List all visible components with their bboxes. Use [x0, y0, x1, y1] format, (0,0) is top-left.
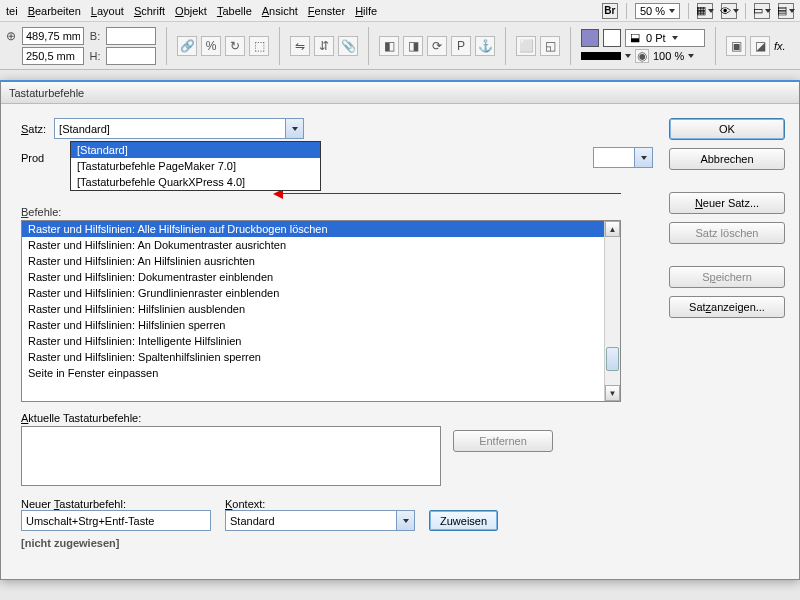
link-icon[interactable]: 🔗: [177, 36, 197, 56]
abbrechen-button[interactable]: Abbrechen: [669, 148, 785, 170]
view-options-icon[interactable]: 👁: [721, 3, 737, 19]
separator: [626, 3, 627, 19]
listbox-scrollbar[interactable]: ▲ ▼: [604, 221, 620, 401]
stroke-style-icon[interactable]: [581, 52, 621, 60]
screen-mode-icon[interactable]: ▦: [697, 3, 713, 19]
select-container-icon[interactable]: ◧: [379, 36, 399, 56]
menu-bar: tei Bearbeiten Layout Schrift Objekt Tab…: [0, 0, 800, 22]
kontext-select-button[interactable]: [396, 511, 414, 530]
corner-icon[interactable]: ◱: [540, 36, 560, 56]
befehle-listbox[interactable]: Raster und Hilfslinien: Alle Hilfslinien…: [21, 220, 621, 402]
list-item[interactable]: Raster und Hilfslinien: Alle Hilfslinien…: [22, 221, 604, 237]
h-label: H:: [88, 50, 102, 62]
chevron-down-icon: [789, 9, 795, 13]
w-input[interactable]: [106, 27, 156, 45]
neuer-satz-button[interactable]: Neuer Satz...: [669, 192, 785, 214]
p-icon[interactable]: P: [451, 36, 471, 56]
coord-group: ⊕ B: H:: [4, 27, 156, 65]
list-item[interactable]: Seite in Fenster einpassen: [22, 365, 604, 381]
separator: [745, 3, 746, 19]
separator: [688, 3, 689, 19]
separator: [368, 27, 369, 65]
dropdown-item-standard[interactable]: [Standard]: [71, 142, 320, 158]
icon-group-5: ▣ ◪ fx.: [726, 36, 786, 56]
rotate-icon[interactable]: ↻: [225, 36, 245, 56]
menu-layout[interactable]: Layout: [91, 5, 124, 17]
satz-anzeigen-button[interactable]: Satz anzeigen...: [669, 296, 785, 318]
kontext-select[interactable]: Standard: [225, 510, 415, 531]
rotate-90-icon[interactable]: ⟳: [427, 36, 447, 56]
y-input[interactable]: [22, 47, 84, 65]
list-item[interactable]: Raster und Hilfslinien: Grundlinienraste…: [22, 285, 604, 301]
satz-select-button[interactable]: [285, 119, 303, 138]
b-label: B:: [88, 30, 102, 42]
menu-datei[interactable]: tei: [6, 5, 18, 17]
menu-objekt[interactable]: Objekt: [175, 5, 207, 17]
percent-icon[interactable]: %: [201, 36, 221, 56]
fill-swatch[interactable]: [581, 29, 599, 47]
separator: [505, 27, 506, 65]
list-item[interactable]: Raster und Hilfslinien: Intelligente Hil…: [22, 333, 604, 349]
current-shortcuts-box[interactable]: [21, 426, 441, 486]
chevron-down-icon: [403, 519, 409, 523]
scroll-track[interactable]: [605, 237, 620, 385]
produktbereich-label: Prod: [21, 152, 44, 164]
stroke-value: 0 Pt: [646, 32, 666, 44]
zuweisen-button[interactable]: Zuweisen: [429, 510, 498, 531]
bridge-icon[interactable]: Br: [602, 3, 618, 19]
list-item[interactable]: Raster und Hilfslinien: An Dokumentraste…: [22, 237, 604, 253]
chevron-down-icon: [672, 36, 678, 40]
list-item[interactable]: Raster und Hilfslinien: Dokumentraster e…: [22, 269, 604, 285]
fx-label[interactable]: fx.: [774, 40, 786, 52]
text-wrap-icon[interactable]: ⬜: [516, 36, 536, 56]
chevron-down-icon: [688, 54, 694, 58]
drop-icon[interactable]: ◉: [635, 49, 649, 63]
kontext-label: Kontext:: [225, 498, 415, 510]
h-input[interactable]: [106, 47, 156, 65]
annotation-arrow: [281, 188, 621, 190]
list-item[interactable]: Raster und Hilfslinien: Spaltenhilfslini…: [22, 349, 604, 365]
dropdown-item-pagemaker[interactable]: [Tastaturbefehle PageMaker 7.0]: [71, 158, 320, 174]
satz-select[interactable]: [Standard]: [54, 118, 304, 139]
ok-button[interactable]: OK: [669, 118, 785, 140]
workspace-icon[interactable]: ▤: [778, 3, 794, 19]
produktbereich-select[interactable]: [593, 147, 653, 168]
chevron-down-icon: [765, 9, 771, 13]
separator: [570, 27, 571, 65]
menu-hilfe[interactable]: Hilfe: [355, 5, 377, 17]
shear-icon[interactable]: ⬚: [249, 36, 269, 56]
entfernen-button: Entfernen: [453, 430, 553, 452]
menu-ansicht[interactable]: Ansicht: [262, 5, 298, 17]
flip-v-icon[interactable]: ⇵: [314, 36, 334, 56]
menu-tabelle[interactable]: Tabelle: [217, 5, 252, 17]
chevron-down-icon: [708, 9, 714, 13]
effects-icon[interactable]: ▣: [726, 36, 746, 56]
arrange-icon[interactable]: ▭: [754, 3, 770, 19]
stroke-group: ⬓ 0 Pt ◉ 100 %: [581, 29, 705, 63]
flip-h-icon[interactable]: ⇋: [290, 36, 310, 56]
anchor-icon[interactable]: ⚓: [475, 36, 495, 56]
new-shortcut-input[interactable]: [21, 510, 211, 531]
clip-icon[interactable]: 📎: [338, 36, 358, 56]
separator: [279, 27, 280, 65]
list-item[interactable]: Raster und Hilfslinien: Hilfslinien ausb…: [22, 301, 604, 317]
zoom-value: 50 %: [640, 5, 665, 17]
scroll-up-button[interactable]: ▲: [605, 221, 620, 237]
produktbereich-select-button[interactable]: [634, 148, 652, 167]
list-item[interactable]: Raster und Hilfslinien: Hilfslinien sper…: [22, 317, 604, 333]
dropdown-item-quarkxpress[interactable]: [Tastaturbefehle QuarkXPress 4.0]: [71, 174, 320, 190]
list-item[interactable]: Raster und Hilfslinien: An Hilfslinien a…: [22, 253, 604, 269]
aktuelle-label: Aktuelle Tastaturbefehle:: [21, 412, 441, 424]
menu-bearbeiten[interactable]: Bearbeiten: [28, 5, 81, 17]
x-input[interactable]: [22, 27, 84, 45]
scroll-thumb[interactable]: [606, 347, 619, 371]
select-content-icon[interactable]: ◨: [403, 36, 423, 56]
icon-group-3: ◧ ◨ ⟳ P ⚓: [379, 36, 495, 56]
stroke-swatch[interactable]: [603, 29, 621, 47]
scroll-down-button[interactable]: ▼: [605, 385, 620, 401]
menu-schrift[interactable]: Schrift: [134, 5, 165, 17]
object-styles-icon[interactable]: ◪: [750, 36, 770, 56]
stroke-weight-select[interactable]: ⬓ 0 Pt: [625, 29, 705, 47]
menu-fenster[interactable]: Fenster: [308, 5, 345, 17]
zoom-select[interactable]: 50 %: [635, 3, 680, 19]
